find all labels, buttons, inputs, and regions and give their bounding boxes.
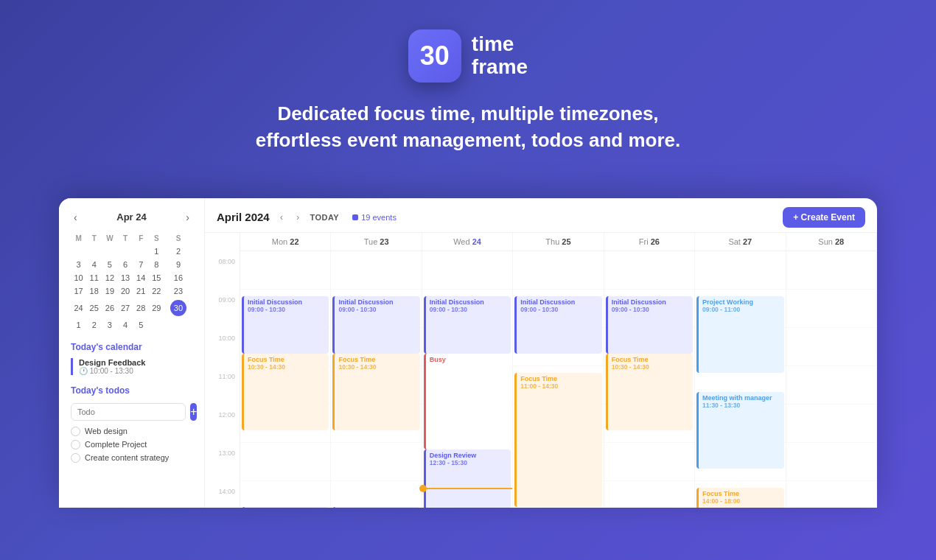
todo-item[interactable]: Complete Project — [71, 440, 192, 449]
calendar-event[interactable]: Design Session14:30 - 17:30 — [332, 507, 419, 508]
calendar-event[interactable]: Client Meeting14:30 - 16:00 — [242, 507, 329, 508]
calendar-event[interactable]: Design Review12:30 - 15:30 — [424, 449, 511, 508]
day-header[interactable]: Wed 24 — [422, 233, 513, 251]
next-month-button[interactable]: › — [183, 210, 192, 225]
day-headers: Mon 22Tue 23Wed 24Thu 25Fri 26Sat 27Sun … — [240, 233, 877, 251]
time-slot: 13:00 — [205, 448, 240, 486]
hero-section: 30 time frame Dedicated focus time, mult… — [0, 0, 936, 198]
prev-month-button[interactable]: ‹ — [71, 210, 80, 225]
logo-icon: 30 — [408, 29, 461, 83]
todo-item[interactable]: Web design — [71, 427, 192, 436]
day-col-mon: Initial Discussion09:00 - 10:30Focus Tim… — [240, 251, 331, 508]
time-slot: 14:00 — [205, 486, 240, 508]
day-col-tue: Initial Discussion09:00 - 10:30Focus Tim… — [331, 251, 422, 508]
calendar-event[interactable]: Initial Discussion09:00 - 10:30 — [332, 296, 419, 354]
cal-events-badge: 19 events — [346, 210, 402, 225]
day-header[interactable]: Sun 28 — [786, 233, 877, 251]
calendar-event[interactable]: Project Working09:00 - 11:00 — [696, 296, 783, 373]
logo-area: 30 time frame — [408, 29, 528, 83]
logo-number: 30 — [420, 41, 450, 71]
calendar-event[interactable]: Focus Time10:30 - 14:30 — [242, 354, 329, 430]
calendar-event[interactable]: Focus Time14:00 - 18:00 — [696, 488, 783, 508]
day-col-thu: Initial Discussion09:00 - 10:30Focus Tim… — [513, 251, 604, 508]
calendar-event[interactable]: Initial Discussion09:00 - 10:30 — [606, 296, 693, 354]
todays-todos-section: Today's todos + Web designComplete Proje… — [71, 385, 192, 463]
cal-today-button[interactable]: TODAY — [310, 213, 339, 222]
day-header[interactable]: Tue 23 — [331, 233, 422, 251]
calendar-event[interactable]: Meeting with manager11:30 - 13:30 — [696, 392, 783, 469]
todo-item[interactable]: Create content strategy — [71, 453, 192, 463]
day-header[interactable]: Thu 25 — [513, 233, 604, 251]
day-col-wed: Initial Discussion09:00 - 10:30BusyDesig… — [422, 251, 513, 508]
tagline: Dedicated focus time, multiple timezones… — [256, 100, 680, 154]
day-col-sun — [786, 251, 877, 508]
main-calendar: April 2024 ‹ › TODAY 19 events + Create … — [205, 198, 877, 508]
cal-next-button[interactable]: › — [293, 210, 302, 224]
calendar-event-title: Design Feedback — [79, 358, 192, 367]
calendar-event[interactable]: Focus Time10:30 - 14:30 — [332, 354, 419, 430]
mini-calendar-sidebar: ‹ Apr 24 › MTWTFSS 123456789101112131415… — [59, 198, 205, 508]
day-header[interactable]: Sat 27 — [695, 233, 786, 251]
todo-add-button[interactable]: + — [190, 403, 197, 421]
calendar-event-item: Design Feedback 🕐 10:00 - 13:30 — [71, 358, 192, 375]
day-col-sat: Project Working09:00 - 11:00Meeting with… — [695, 251, 786, 508]
tagline-line2: effortless event management, todos and m… — [256, 127, 680, 153]
calendar-event-time: 🕐 10:00 - 13:30 — [79, 367, 192, 375]
create-event-button[interactable]: + Create Event — [783, 207, 865, 228]
time-slot: 08:00 — [205, 256, 240, 295]
day-grid: Initial Discussion09:00 - 10:30Focus Tim… — [240, 251, 877, 508]
time-slot: 11:00 — [205, 371, 240, 410]
todo-list: Web designComplete ProjectCreate content… — [71, 427, 192, 463]
day-col-fri: Initial Discussion09:00 - 10:30Focus Tim… — [604, 251, 695, 508]
day-header[interactable]: Mon 22 — [240, 233, 331, 251]
day-header[interactable]: Fri 26 — [604, 233, 695, 251]
todo-input-row: + — [71, 403, 192, 421]
calendar-event[interactable]: Initial Discussion09:00 - 10:30 — [242, 296, 329, 354]
logo-line2: frame — [472, 56, 528, 79]
todo-input[interactable] — [71, 403, 186, 421]
time-column: 08:0009:0010:0011:0012:0013:0014:0015:00… — [205, 233, 240, 508]
todays-calendar-section: Today's calendar Design Feedback 🕐 10:00… — [71, 342, 192, 375]
days-area: Mon 22Tue 23Wed 24Thu 25Fri 26Sat 27Sun … — [240, 233, 877, 508]
calendar-event[interactable]: Initial Discussion09:00 - 10:30 — [514, 296, 601, 354]
calendar-event[interactable]: Initial Discussion09:00 - 10:30 — [424, 296, 511, 354]
events-badge-dot — [352, 214, 358, 220]
time-slot: 09:00 — [205, 295, 240, 333]
logo-line1: time — [472, 33, 528, 56]
mini-cal-header: ‹ Apr 24 › — [71, 210, 192, 225]
cal-prev-button[interactable]: ‹ — [277, 210, 286, 224]
cal-toolbar: April 2024 ‹ › TODAY 19 events + Create … — [205, 198, 877, 233]
time-slot: 10:00 — [205, 333, 240, 371]
tagline-line1: Dedicated focus time, multiple timezones… — [256, 100, 680, 127]
calendar-app: ‹ Apr 24 › MTWTFSS 123456789101112131415… — [59, 198, 877, 508]
logo-text: time frame — [472, 33, 528, 79]
cal-month-title: April 2024 — [217, 211, 270, 223]
mini-cal-month-label: Apr 24 — [116, 211, 146, 223]
time-slot: 12:00 — [205, 410, 240, 448]
calendar-event[interactable]: Focus Time10:30 - 14:30 — [606, 354, 693, 430]
events-count-label: 19 events — [361, 213, 397, 222]
current-time-indicator — [422, 488, 512, 489]
cal-grid: 08:0009:0010:0011:0012:0013:0014:0015:00… — [205, 233, 877, 508]
calendar-event[interactable]: Focus Time11:00 - 14:30 — [514, 373, 601, 507]
todays-calendar-title: Today's calendar — [71, 342, 192, 352]
mini-cal-grid: MTWTFSS 12345678910111213141516171819202… — [71, 232, 192, 332]
todays-todos-title: Today's todos — [71, 385, 192, 396]
calendar-event[interactable]: Busy — [424, 354, 511, 449]
